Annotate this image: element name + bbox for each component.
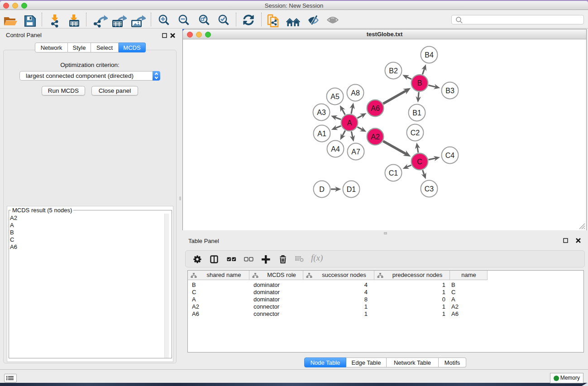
svg-text:A2: A2	[371, 133, 380, 140]
svg-text:B3: B3	[445, 86, 454, 94]
svg-text:B: B	[417, 79, 422, 87]
svg-text:B4: B4	[425, 51, 434, 58]
svg-text:C3: C3	[424, 185, 434, 192]
svg-text:D: D	[319, 185, 325, 193]
svg-text:A8: A8	[351, 89, 360, 96]
svg-text:A5: A5	[330, 92, 339, 100]
svg-text:A: A	[347, 119, 352, 126]
svg-text:A1: A1	[317, 129, 326, 137]
svg-text:C: C	[417, 157, 422, 165]
svg-text:C1: C1	[388, 169, 398, 176]
svg-text:A4: A4	[331, 145, 340, 152]
svg-text:A3: A3	[317, 108, 326, 116]
svg-text:A6: A6	[371, 104, 380, 112]
svg-text:C2: C2	[410, 129, 420, 136]
svg-text:B1: B1	[412, 109, 421, 116]
svg-text:B2: B2	[389, 67, 398, 74]
svg-text:D1: D1	[346, 185, 356, 193]
svg-text:A7: A7	[351, 148, 360, 155]
svg-text:C4: C4	[445, 151, 454, 159]
